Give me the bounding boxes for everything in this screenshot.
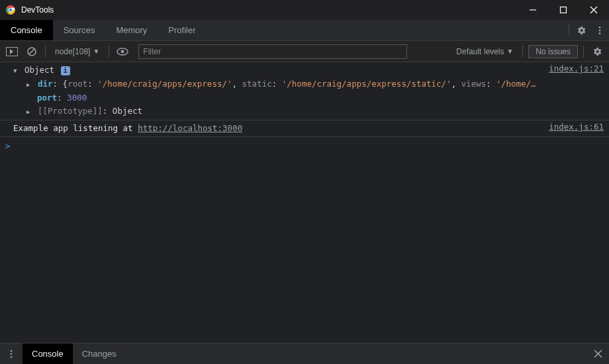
svg-point-11 xyxy=(121,50,124,53)
svg-point-13 xyxy=(11,353,13,355)
property-key: root xyxy=(68,79,87,89)
object-label[interactable]: Object xyxy=(24,65,54,75)
console-toolbar: node[108] ▼ Default levels ▼ No issues xyxy=(0,41,609,62)
string-value: '/home/craig/apps/express/static/' xyxy=(282,79,451,89)
console-output: index.js:21 Object i dir: {root: '/home/… xyxy=(0,62,609,343)
context-label: node[108] xyxy=(55,47,90,56)
toggle-sidebar-button[interactable] xyxy=(4,44,20,60)
log-levels-selector[interactable]: Default levels ▼ xyxy=(452,47,517,56)
info-icon[interactable]: i xyxy=(61,66,70,75)
console-settings-button[interactable] xyxy=(589,44,605,60)
window-close-button[interactable] xyxy=(579,0,609,20)
svg-point-5 xyxy=(599,26,601,28)
window-maximize-button[interactable] xyxy=(548,0,579,20)
svg-rect-4 xyxy=(561,7,567,13)
tab-profiler[interactable]: Profiler xyxy=(158,20,206,40)
source-link[interactable]: index.js:21 xyxy=(549,62,604,75)
string-value: '/home/craig/apps/express/' xyxy=(97,79,232,89)
property-key: dir xyxy=(38,79,53,89)
property-key: [[Prototype]] xyxy=(38,106,103,116)
issues-button[interactable]: No issues xyxy=(528,45,578,58)
drawer-tab-changes[interactable]: Changes xyxy=(73,343,126,364)
svg-point-6 xyxy=(599,29,601,31)
svg-point-12 xyxy=(11,350,13,352)
chevron-down-icon: ▼ xyxy=(506,48,513,55)
property-key: static xyxy=(242,79,272,89)
settings-button[interactable] xyxy=(572,20,590,40)
object-label: Object xyxy=(113,106,142,116)
chrome-icon xyxy=(5,5,16,15)
panel-tabs: Console Sources Memory Profiler xyxy=(0,20,609,41)
drawer-menu-button[interactable] xyxy=(0,343,23,364)
drawer-tab-console[interactable]: Console xyxy=(23,343,73,364)
url-link[interactable]: http://localhost:3000 xyxy=(138,123,242,133)
log-levels-label: Default levels xyxy=(456,47,504,56)
drawer-close-button[interactable] xyxy=(586,343,609,364)
chevron-down-icon: ▼ xyxy=(93,48,99,55)
window-title: DevTools xyxy=(21,5,54,15)
property-key: port xyxy=(37,93,57,103)
window-minimize-button[interactable] xyxy=(518,0,548,20)
drawer-tabs: Console Changes xyxy=(0,343,609,364)
svg-point-14 xyxy=(11,356,13,358)
number-value: 3000 xyxy=(67,93,87,103)
svg-point-7 xyxy=(599,32,601,34)
string-value: '/home/… xyxy=(496,79,536,89)
tab-console[interactable]: Console xyxy=(0,20,53,40)
window-titlebar: DevTools xyxy=(0,0,609,20)
tab-sources[interactable]: Sources xyxy=(53,20,106,40)
clear-console-button[interactable] xyxy=(24,44,40,60)
context-selector[interactable]: node[108] ▼ xyxy=(51,47,103,56)
live-expression-button[interactable] xyxy=(115,44,130,60)
tab-memory[interactable]: Memory xyxy=(105,20,158,40)
log-row-object[interactable]: index.js:21 Object i dir: {root: '/home/… xyxy=(0,62,609,120)
log-text: Example app listening at xyxy=(13,123,138,133)
console-prompt[interactable]: > xyxy=(0,137,609,156)
more-menu-button[interactable] xyxy=(590,20,609,40)
source-link[interactable]: index.js:61 xyxy=(549,120,604,134)
property-key: views xyxy=(461,79,487,89)
log-row-message[interactable]: index.js:61 Example app listening at htt… xyxy=(0,120,609,137)
filter-input[interactable] xyxy=(138,44,407,59)
